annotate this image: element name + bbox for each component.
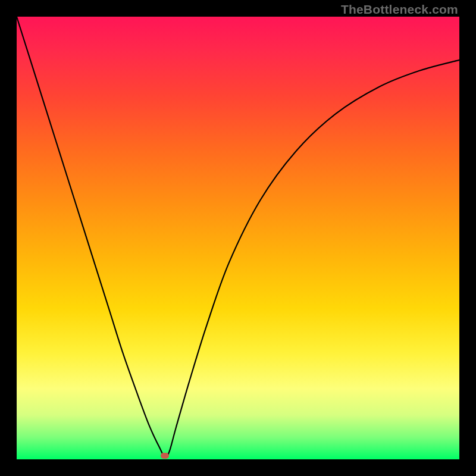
bottleneck-curve	[17, 17, 459, 459]
chart-frame: TheBottleneck.com	[0, 0, 476, 476]
minimum-marker	[161, 453, 169, 459]
watermark-text: TheBottleneck.com	[341, 2, 458, 17]
